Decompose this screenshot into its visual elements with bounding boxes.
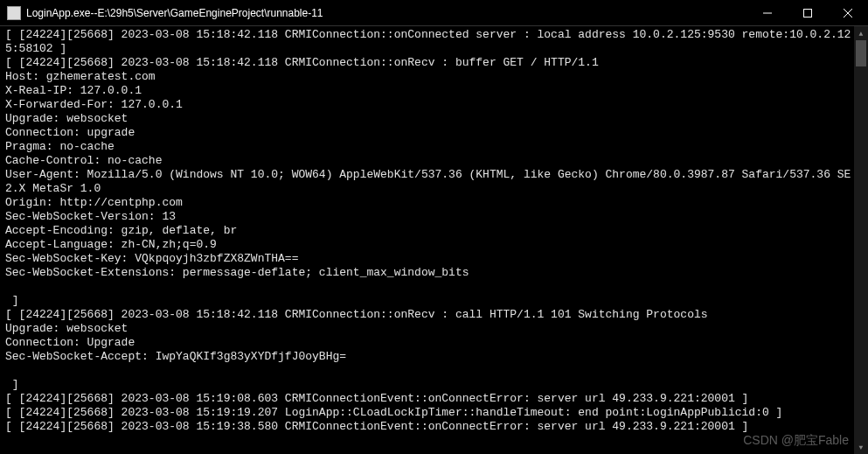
minimize-button[interactable] xyxy=(747,0,788,25)
app-icon xyxy=(7,6,21,20)
titlebar: LoginApp.exe--E:\29h5\Server\GameEngineP… xyxy=(0,0,868,26)
svg-rect-1 xyxy=(804,9,812,17)
scroll-thumb[interactable] xyxy=(856,40,866,66)
maximize-button[interactable] xyxy=(788,0,828,25)
titlebar-left: LoginApp.exe--E:\29h5\Server\GameEngineP… xyxy=(7,6,323,20)
scrollbar[interactable]: ▲ ▼ xyxy=(854,26,868,454)
terminal-output: [ [24224][25668] 2023-03-08 15:18:42.118… xyxy=(0,26,868,454)
scroll-track[interactable] xyxy=(854,40,868,440)
window-controls xyxy=(747,0,868,25)
scroll-up-arrow-icon[interactable]: ▲ xyxy=(854,26,868,40)
scroll-down-arrow-icon[interactable]: ▼ xyxy=(854,440,868,454)
close-button[interactable] xyxy=(828,0,868,25)
window-title: LoginApp.exe--E:\29h5\Server\GameEngineP… xyxy=(26,7,323,19)
